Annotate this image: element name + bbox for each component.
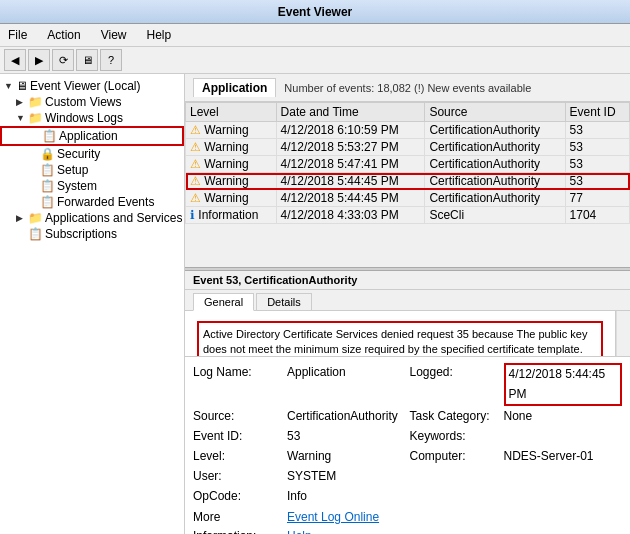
tab-details[interactable]: Details [256, 293, 312, 310]
label-logname: Log Name: [193, 363, 283, 405]
label-computer: Computer: [410, 447, 500, 466]
col-level[interactable]: Level [186, 103, 277, 122]
sidebar-item-forwarded-events[interactable]: 📋 Forwarded Events [0, 194, 184, 210]
folder-icon: 📁 [28, 111, 43, 125]
table-row[interactable]: ⚠ Warning 4/12/2018 5:47:41 PM Certifica… [186, 156, 630, 173]
refresh-button[interactable]: ⟳ [52, 49, 74, 71]
event-log-online-help-link[interactable]: Event Log Online Help [287, 510, 379, 534]
table-row[interactable]: ⚠ Warning 4/12/2018 6:10:59 PM Certifica… [186, 122, 630, 139]
sidebar-item-apps-services[interactable]: ▶ 📁 Applications and Services Logs [0, 210, 184, 226]
label-taskcategory: Task Category: [410, 407, 500, 426]
forward-button[interactable]: ▶ [28, 49, 50, 71]
toggle-icon: ▶ [16, 213, 28, 223]
detail-description: Active Directory Certificate Services de… [197, 321, 603, 356]
log-icon: 📋 [42, 129, 57, 143]
value-logname: Application [287, 363, 406, 405]
log-icon: 📋 [28, 227, 43, 241]
label-user: User: [193, 467, 283, 486]
log-icon: 📋 [40, 195, 55, 209]
log-icon: 📋 [40, 163, 55, 177]
toggle-icon: ▶ [16, 97, 28, 107]
value-keywords [504, 427, 623, 446]
main-layout: ▼ 🖥 Event Viewer (Local) ▶ 📁 Custom View… [0, 74, 630, 534]
sidebar-label-custom-views: Custom Views [45, 95, 121, 109]
toggle-icon [16, 229, 28, 239]
right-panel: Application Number of events: 18,082 (!)… [185, 74, 630, 534]
label-logged: Logged: [410, 363, 500, 405]
computer-icon: 🖥 [16, 79, 28, 93]
table-row[interactable]: ℹ Information 4/12/2018 4:33:03 PM SceCl… [186, 207, 630, 224]
title-label: Event Viewer [278, 5, 352, 19]
col-eventid[interactable]: Event ID [565, 103, 629, 122]
menu-file[interactable]: File [4, 26, 31, 44]
cell-date: 4/12/2018 5:47:41 PM [276, 156, 425, 173]
back-button[interactable]: ◀ [4, 49, 26, 71]
sidebar-item-windows-logs[interactable]: ▼ 📁 Windows Logs [0, 110, 184, 126]
col-date[interactable]: Date and Time [276, 103, 425, 122]
sidebar-item-security[interactable]: 🔒 Security [0, 146, 184, 162]
table-row[interactable]: ⚠ Warning 4/12/2018 5:44:45 PM Certifica… [186, 190, 630, 207]
event-detail: Event 53, CertificationAuthority General… [185, 271, 630, 534]
sidebar-item-system[interactable]: 📋 System [0, 178, 184, 194]
value-opcode: Info [287, 487, 406, 506]
value-source: CertificationAuthority [287, 407, 406, 426]
label-eventid: Event ID: [193, 427, 283, 446]
menu-bar: File Action View Help [0, 24, 630, 47]
detail-tabs: General Details [185, 290, 630, 311]
label-keywords: Keywords: [410, 427, 500, 446]
detail-scrollbar[interactable] [616, 311, 630, 356]
meta-section: Log Name: Application Logged: 4/12/2018 … [185, 356, 630, 534]
tab-general[interactable]: General [193, 293, 254, 311]
sidebar-item-application[interactable]: 📋 Application [0, 126, 184, 146]
cell-source: CertificationAuthority [425, 156, 565, 173]
events-table: Level Date and Time Source Event ID ⚠ Wa… [185, 102, 630, 224]
cell-source: CertificationAuthority [425, 173, 565, 190]
table-scroll[interactable]: Level Date and Time Source Event ID ⚠ Wa… [185, 102, 630, 267]
toggle-icon: ▼ [16, 113, 28, 123]
computer-button[interactable]: 🖥 [76, 49, 98, 71]
label-level: Level: [193, 447, 283, 466]
cell-date: 4/12/2018 4:33:03 PM [276, 207, 425, 224]
value-level: Warning [287, 447, 406, 466]
app-info: Number of events: 18,082 (!) New events … [284, 82, 531, 94]
detail-content: Active Directory Certificate Services de… [185, 311, 630, 356]
sidebar-item-subscriptions[interactable]: 📋 Subscriptions [0, 226, 184, 242]
cell-level: ⚠ Warning [186, 156, 277, 173]
menu-action[interactable]: Action [43, 26, 84, 44]
cell-eventid: 77 [565, 190, 629, 207]
cell-date: 4/12/2018 5:53:27 PM [276, 139, 425, 156]
event-detail-header: Event 53, CertificationAuthority [185, 271, 630, 290]
logged-highlight: 4/12/2018 5:44:45 PM [504, 363, 623, 405]
cell-level: ⚠ Warning [186, 190, 277, 207]
cell-date: 4/12/2018 5:44:45 PM [276, 173, 425, 190]
menu-help[interactable]: Help [143, 26, 176, 44]
sidebar-label-apps-services: Applications and Services Logs [45, 211, 185, 225]
toggle-icon: ▼ [4, 81, 16, 91]
menu-view[interactable]: View [97, 26, 131, 44]
toggle-icon [28, 149, 40, 159]
title-bar: Event Viewer [0, 0, 630, 24]
table-row[interactable]: ⚠ Warning 4/12/2018 5:44:45 PM Certifica… [186, 173, 630, 190]
cell-source: SceCli [425, 207, 565, 224]
sidebar-label-setup: Setup [57, 163, 88, 177]
value-computer: NDES-Server-01 [504, 447, 623, 466]
value-eventid: 53 [287, 427, 406, 446]
sidebar-label-system: System [57, 179, 97, 193]
label-opcode: OpCode: [193, 487, 283, 506]
col-source[interactable]: Source [425, 103, 565, 122]
tab-label: Application [202, 81, 267, 95]
sidebar: ▼ 🖥 Event Viewer (Local) ▶ 📁 Custom View… [0, 74, 185, 534]
application-tab[interactable]: Application [193, 78, 276, 97]
cell-eventid: 1704 [565, 207, 629, 224]
sidebar-item-custom-views[interactable]: ▶ 📁 Custom Views [0, 94, 184, 110]
events-section: Level Date and Time Source Event ID ⚠ Wa… [185, 102, 630, 267]
sidebar-item-setup[interactable]: 📋 Setup [0, 162, 184, 178]
label-moreinfo: More Information: [193, 508, 283, 534]
cell-eventid: 53 [565, 139, 629, 156]
help-button[interactable]: ? [100, 49, 122, 71]
cell-level: ℹ Information [186, 207, 277, 224]
table-row[interactable]: ⚠ Warning 4/12/2018 5:53:27 PM Certifica… [186, 139, 630, 156]
cell-level: ⚠ Warning [186, 173, 277, 190]
sidebar-label-subscriptions: Subscriptions [45, 227, 117, 241]
sidebar-item-event-viewer-local[interactable]: ▼ 🖥 Event Viewer (Local) [0, 78, 184, 94]
